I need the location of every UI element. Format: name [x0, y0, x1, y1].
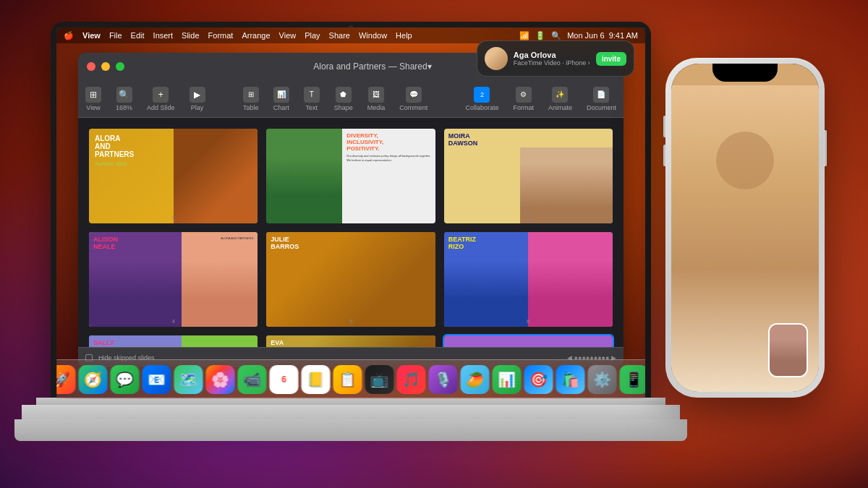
- wifi-icon: 📶: [519, 31, 529, 40]
- toolbar-format[interactable]: ⚙ Format: [513, 87, 534, 111]
- iphone-notch: [712, 64, 778, 82]
- dock-app-tv[interactable]: 📺: [365, 365, 394, 394]
- insert-menu[interactable]: Insert: [153, 31, 174, 40]
- apple-menu[interactable]: 🍎: [64, 31, 74, 40]
- arrange-menu[interactable]: Arrange: [242, 31, 270, 40]
- maximize-button[interactable]: [116, 62, 124, 71]
- table-icon: ⊞: [243, 87, 259, 103]
- toolbar-media[interactable]: 🖼 Media: [367, 87, 386, 111]
- power-button[interactable]: [825, 130, 827, 166]
- slide-1[interactable]: ALORAANDPARTNERS Summer 2022 1: [89, 129, 258, 223]
- toolbar-document[interactable]: 📄 Document: [587, 87, 616, 111]
- help-menu[interactable]: Help: [396, 31, 412, 40]
- toolbar-collaborate[interactable]: 2 Collaborate: [465, 87, 498, 111]
- dock-app-appstore[interactable]: 🛍️: [556, 365, 585, 394]
- share-menu[interactable]: Share: [329, 31, 350, 40]
- close-button[interactable]: [87, 62, 95, 71]
- minimize-button[interactable]: [101, 62, 110, 71]
- window-menu[interactable]: Window: [359, 31, 387, 40]
- toolbar-play[interactable]: ▶ Play: [190, 87, 205, 111]
- shape-icon: ⬟: [336, 87, 352, 103]
- dock-app-facetime2[interactable]: 📱: [620, 365, 646, 394]
- slides-content-area[interactable]: ALORAANDPARTNERS Summer 2022 1: [78, 118, 624, 347]
- slides-grid: ALORAANDPARTNERS Summer 2022 1: [89, 129, 613, 347]
- volume-up-button[interactable]: [663, 116, 665, 137]
- toolbar-table[interactable]: ⊞ Table: [243, 87, 259, 111]
- slide-9[interactable]: ALORAANDPARTNERS Summer 2022 9: [444, 335, 613, 347]
- slide-3[interactable]: MOIRADAWSON 3: [444, 129, 613, 223]
- toolbar-add-slide[interactable]: + Add Slide: [147, 87, 175, 111]
- search-icon[interactable]: 🔍: [551, 31, 561, 40]
- view-label: View: [86, 104, 100, 111]
- dock-app-numbers[interactable]: 📊: [493, 365, 522, 394]
- view-icon: ⊞: [85, 87, 101, 103]
- slide-6[interactable]: BEATRIZRIZO 6: [444, 232, 613, 327]
- dock-app-settings[interactable]: ⚙️: [588, 365, 617, 394]
- macbook-screen-bezel: 🍎 View File Edit Insert Slide Format Arr…: [51, 22, 651, 405]
- dock-app-music[interactable]: 🎵: [397, 365, 426, 394]
- text-icon: T: [304, 87, 320, 103]
- zoom-label: 168%: [116, 104, 132, 111]
- media-icon: 🖼: [368, 87, 384, 103]
- add-slide-icon: +: [153, 87, 169, 103]
- dock-app-photos[interactable]: 🌸: [206, 365, 235, 394]
- view-menu[interactable]: View: [279, 31, 297, 40]
- play-menu[interactable]: Play: [305, 31, 320, 40]
- slide-4[interactable]: ALISONNEALE ALORA AND PARTNERS 4: [89, 232, 258, 327]
- dock-app-maps[interactable]: 🗺️: [174, 365, 203, 394]
- play-label: Play: [191, 104, 204, 111]
- slide-4-brand: ALORA AND PARTNERS: [221, 236, 253, 240]
- dock-app-notes[interactable]: 📋: [333, 365, 362, 394]
- collaborate-icon: 2: [474, 87, 490, 103]
- slide-8[interactable]: EVAFRIED 8: [266, 335, 435, 347]
- slide-2[interactable]: DIVERSITY,INCLUSIVITY,POSITIVITY. Our di…: [266, 129, 435, 223]
- dock-app-messages[interactable]: 💬: [111, 365, 140, 394]
- toolbar-zoom[interactable]: 🔍 168%: [116, 87, 132, 111]
- slide-4-photo-secondary: [182, 232, 258, 327]
- date-time: Mon Jun 6 9:41 AM: [567, 31, 638, 40]
- toolbar-view[interactable]: ⊞ View: [85, 87, 101, 111]
- slide-1-photo: [174, 129, 258, 223]
- toolbar-comment[interactable]: 💬 Comment: [399, 87, 427, 111]
- slide-3-number: 3: [444, 215, 613, 221]
- notification-invite-button[interactable]: invite: [596, 52, 626, 66]
- format-menu[interactable]: Format: [208, 31, 234, 40]
- slide-1-subtitle: Summer 2022: [95, 161, 168, 166]
- dock-app-calendar[interactable]: 6: [270, 365, 299, 394]
- slide-8-title: EVAFRIED: [271, 340, 290, 347]
- edit-menu[interactable]: Edit: [131, 31, 145, 40]
- slide-4-title: ALISONNEALE: [93, 236, 118, 251]
- facetime-notification: Aga Orlova FaceTime Video · iPhone › inv…: [477, 40, 634, 77]
- toolbar-chart[interactable]: 📊 Chart: [273, 87, 289, 111]
- slide-3-title: MOIRADAWSON: [448, 133, 478, 147]
- dock-app-custom1[interactable]: 🥭: [461, 365, 490, 394]
- dock-app-facetime[interactable]: 📹: [238, 365, 267, 394]
- dock: 🔵 🚀 🧭 💬 📧 🗺️ 🌸 📹 6 📒 📋 📺 🎵 🎙️ 🥭 📊 🎯 🛍️: [56, 359, 645, 399]
- notification-avatar: [485, 47, 508, 70]
- table-label: Table: [243, 104, 259, 111]
- slide-7[interactable]: SALLYJACOBS 7: [89, 335, 258, 347]
- macbook-base: [36, 398, 665, 448]
- dock-app-podcasts[interactable]: 🎙️: [429, 365, 458, 394]
- dock-app-keynote[interactable]: 🎯: [524, 365, 553, 394]
- toolbar-animate[interactable]: ✨ Animate: [548, 87, 572, 111]
- dock-app-mail[interactable]: 📧: [142, 365, 171, 394]
- dock-app-safari[interactable]: 🧭: [79, 365, 108, 394]
- macbook: 🍎 View File Edit Insert Slide Format Arr…: [36, 22, 665, 448]
- volume-down-button[interactable]: [663, 145, 665, 166]
- facetime-self-view[interactable]: [768, 323, 808, 377]
- chart-label: Chart: [273, 104, 289, 111]
- dock-app-reminders[interactable]: 📒: [302, 365, 331, 394]
- comment-label: Comment: [399, 104, 427, 111]
- dock-app-launchpad[interactable]: 🚀: [56, 365, 76, 394]
- play-icon: ▶: [190, 87, 205, 103]
- slide-5[interactable]: JULIEBARROS 5: [266, 232, 435, 327]
- slide-menu[interactable]: Slide: [182, 31, 199, 40]
- document-label: Document: [587, 104, 616, 111]
- app-name-menu[interactable]: View: [82, 31, 101, 40]
- file-menu[interactable]: File: [109, 31, 122, 40]
- toolbar-shape[interactable]: ⬟ Shape: [334, 87, 353, 111]
- toolbar-text[interactable]: T Text: [304, 87, 320, 111]
- macbook-screen: 🍎 View File Edit Insert Slide Format Arr…: [56, 27, 645, 405]
- slide-2-photo: [266, 129, 342, 223]
